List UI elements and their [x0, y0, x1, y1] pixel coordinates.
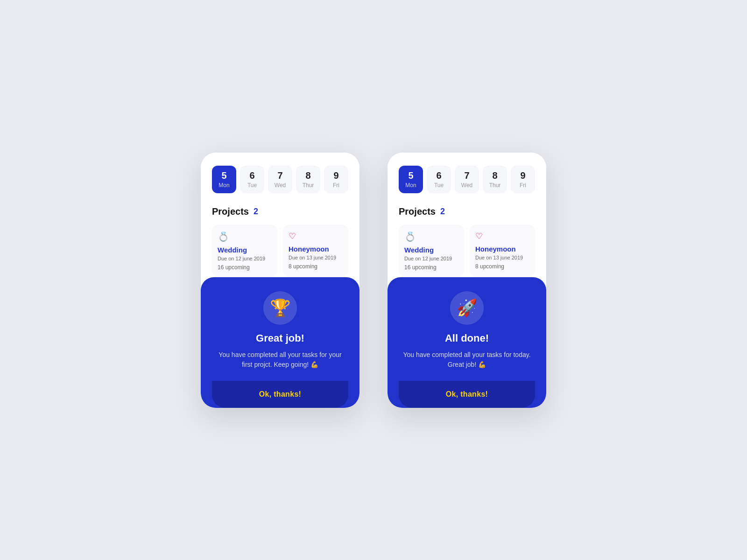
right-notif-btn-wrap: Ok, thanks!: [399, 381, 535, 408]
left-notif-card: 🏆 Great job! You have completed all your…: [201, 277, 359, 408]
right-ok-thanks-button[interactable]: Ok, thanks!: [399, 381, 535, 408]
left-day-name-2: Wed: [275, 182, 286, 189]
right-day-num-3: 8: [492, 170, 497, 181]
right-project-upcoming-0: 16 upcoming: [404, 264, 458, 271]
left-day-name-4: Fri: [333, 182, 339, 189]
left-notif-body: You have completed all your tasks for yo…: [212, 350, 348, 370]
left-day-num-4: 9: [333, 170, 338, 181]
left-project-upcoming-0: 16 upcoming: [218, 264, 272, 271]
right-day-num-0: 5: [408, 170, 413, 181]
left-day-num-3: 8: [305, 170, 310, 181]
right-day-name-3: Thur: [489, 182, 501, 189]
left-cal-day-0[interactable]: 5 Mon: [212, 166, 236, 193]
right-phone: 5 Mon 6 Tue 7 Wed 8 Thur 9 Fri: [388, 153, 546, 408]
right-day-name-0: Mon: [405, 182, 416, 189]
right-phone-content: 5 Mon 6 Tue 7 Wed 8 Thur 9 Fri: [388, 153, 546, 277]
left-notif-icon-circle: 🏆: [263, 291, 297, 325]
left-project-name-0: Wedding: [218, 246, 272, 254]
left-project-name-1: Honeymoon: [289, 245, 343, 253]
right-project-due-0: Due on 12 june 2019: [404, 256, 458, 261]
left-projects-count: 2: [254, 207, 258, 217]
left-cal-day-4[interactable]: 9 Fri: [324, 166, 348, 193]
right-project-icon-1: ♡: [475, 231, 529, 241]
right-notif-title: All done!: [445, 332, 489, 344]
left-day-num-1: 6: [249, 170, 254, 181]
left-phone: 5 Mon 6 Tue 7 Wed 8 Thur 9 Fri: [201, 153, 359, 408]
left-project-upcoming-1: 8 upcoming: [289, 263, 343, 270]
left-project-icon-0: 💍: [218, 231, 272, 242]
right-projects-count: 2: [440, 207, 445, 217]
left-cal-day-3[interactable]: 8 Thur: [296, 166, 320, 193]
left-project-due-0: Due on 12 june 2019: [218, 256, 272, 261]
screen-container: 5 Mon 6 Tue 7 Wed 8 Thur 9 Fri: [173, 125, 574, 436]
left-notif-title: Great job!: [256, 332, 304, 344]
right-cal-day-1[interactable]: 6 Tue: [427, 166, 451, 193]
left-cal-day-2[interactable]: 7 Wed: [268, 166, 292, 193]
right-notif-card: 🚀 All done! You have completed all your …: [388, 277, 546, 408]
right-projects-header: Projects 2: [399, 206, 535, 217]
right-project-card-0[interactable]: 💍 Wedding Due on 12 june 2019 16 upcomin…: [399, 224, 464, 277]
left-day-num-0: 5: [221, 170, 226, 181]
rocket-icon: 🚀: [457, 298, 478, 318]
right-project-name-0: Wedding: [404, 246, 458, 254]
right-day-num-2: 7: [464, 170, 469, 181]
right-notif-icon-circle: 🚀: [450, 291, 484, 325]
right-project-cards-row: 💍 Wedding Due on 12 june 2019 16 upcomin…: [399, 224, 535, 277]
right-project-upcoming-1: 8 upcoming: [475, 263, 529, 270]
right-project-due-1: Due on 13 june 2019: [475, 255, 529, 260]
left-project-due-1: Due on 13 june 2019: [289, 255, 343, 260]
right-day-name-2: Wed: [461, 182, 472, 189]
left-ok-thanks-button[interactable]: Ok, thanks!: [212, 381, 348, 408]
left-phone-content: 5 Mon 6 Tue 7 Wed 8 Thur 9 Fri: [201, 153, 359, 277]
left-day-name-0: Mon: [218, 182, 229, 189]
right-notif-body: You have completed all your tasks for to…: [399, 350, 535, 370]
right-project-name-1: Honeymoon: [475, 245, 529, 253]
left-notif-btn-wrap: Ok, thanks!: [212, 381, 348, 408]
right-day-name-4: Fri: [520, 182, 526, 189]
left-project-cards: 💍 Wedding Due on 12 june 2019 16 upcomin…: [212, 224, 348, 277]
right-calendar-row: 5 Mon 6 Tue 7 Wed 8 Thur 9 Fri: [399, 166, 535, 193]
right-cal-day-4[interactable]: 9 Fri: [511, 166, 535, 193]
right-day-num-4: 9: [520, 170, 525, 181]
left-project-icon-1: ♡: [289, 231, 343, 241]
right-day-name-1: Tue: [434, 182, 444, 189]
left-project-card-0[interactable]: 💍 Wedding Due on 12 june 2019 16 upcomin…: [212, 224, 277, 277]
right-cal-day-0[interactable]: 5 Mon: [399, 166, 423, 193]
right-project-cards: 💍 Wedding Due on 12 june 2019 16 upcomin…: [399, 224, 535, 277]
right-cal-day-3[interactable]: 8 Thur: [483, 166, 507, 193]
left-projects-header: Projects 2: [212, 206, 348, 217]
right-cal-day-2[interactable]: 7 Wed: [455, 166, 479, 193]
left-project-card-1[interactable]: ♡ Honeymoon Due on 13 june 2019 8 upcomi…: [283, 224, 348, 277]
left-cal-day-1[interactable]: 6 Tue: [240, 166, 264, 193]
right-day-num-1: 6: [436, 170, 441, 181]
right-projects-title: Projects: [399, 206, 436, 217]
left-day-name-1: Tue: [247, 182, 257, 189]
left-project-cards-row: 💍 Wedding Due on 12 june 2019 16 upcomin…: [212, 224, 348, 277]
right-project-icon-0: 💍: [404, 231, 458, 242]
left-projects-title: Projects: [212, 206, 249, 217]
trophy-icon: 🏆: [270, 298, 291, 318]
right-project-card-1[interactable]: ♡ Honeymoon Due on 13 june 2019 8 upcomi…: [470, 224, 535, 277]
left-day-name-3: Thur: [303, 182, 314, 189]
left-day-num-2: 7: [277, 170, 282, 181]
left-calendar-row: 5 Mon 6 Tue 7 Wed 8 Thur 9 Fri: [212, 166, 348, 193]
